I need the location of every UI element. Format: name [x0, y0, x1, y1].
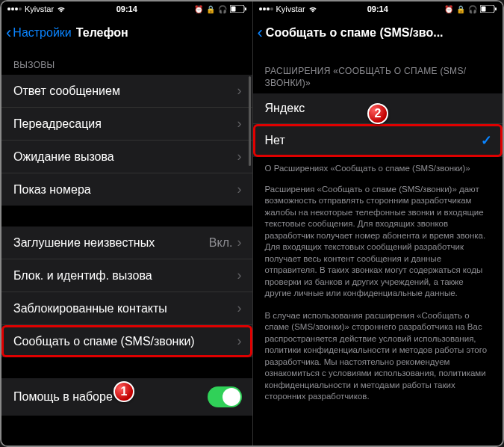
- screen-report-spam: Kyivstar 09:14 ⏰ 🔒 🎧 ‹ Сообщать о спаме …: [252, 1, 503, 446]
- svg-rect-1: [231, 7, 235, 12]
- battery-icon: [230, 5, 246, 13]
- chevron-right-icon: ›: [237, 116, 242, 132]
- chevron-right-icon: ›: [237, 149, 242, 164]
- carrier-label: Kyivstar: [25, 4, 54, 13]
- orientation-lock-icon: 🔒: [206, 5, 215, 13]
- scroll-indicator: [249, 76, 251, 166]
- clock: 09:14: [367, 4, 388, 13]
- page-title: Телефон: [76, 26, 128, 40]
- chevron-right-icon: ›: [237, 83, 242, 99]
- annotation-badge-2: 2: [367, 103, 388, 124]
- battery-icon: [480, 5, 497, 13]
- alarm-icon: ⏰: [444, 5, 453, 13]
- chevron-right-icon: ›: [237, 268, 242, 283]
- section-header-extensions: РАСШИРЕНИЯ «СООБЩАТЬ О СПАМЕ (SMS/ЗВОНКИ…: [253, 49, 503, 93]
- group-calls: Ответ сообщением › Переадресация › Ожида…: [1, 75, 252, 206]
- section-header-calls: ВЫЗОВЫ: [1, 49, 252, 75]
- svg-rect-5: [495, 7, 497, 10]
- svg-rect-4: [482, 7, 486, 12]
- chevron-right-icon: ›: [237, 333, 242, 349]
- headphones-icon: 🎧: [218, 5, 227, 13]
- signal-icon: [7, 7, 22, 10]
- group-identification: Заглушение неизвестных Вкл. › Блок. и ид…: [1, 226, 252, 357]
- headphones-icon: 🎧: [468, 5, 477, 13]
- chevron-left-icon: ‹: [6, 25, 11, 41]
- nav-bar: ‹ Сообщать о спаме (SMS/зво...: [253, 16, 503, 49]
- row-report-spam[interactable]: Сообщать о спаме (SMS/звонки) ›: [1, 325, 252, 357]
- chevron-left-icon: ‹: [258, 25, 263, 41]
- page-title: Сообщать о спаме (SMS/зво...: [266, 26, 498, 40]
- row-value: Вкл.: [209, 236, 233, 250]
- row-respond-with-text[interactable]: Ответ сообщением ›: [1, 75, 252, 108]
- back-label: Настройки: [13, 26, 71, 40]
- chevron-right-icon: ›: [237, 300, 242, 316]
- row-call-forwarding[interactable]: Переадресация ›: [1, 108, 252, 141]
- signal-icon: [259, 7, 273, 10]
- chevron-right-icon: ›: [237, 235, 242, 250]
- orientation-lock-icon: 🔒: [456, 5, 465, 13]
- screen-phone-settings: Kyivstar 09:14 ⏰ 🔒 🎧 ‹ Настройки Телефон…: [1, 1, 252, 446]
- back-button[interactable]: ‹: [258, 25, 263, 41]
- nav-bar: ‹ Настройки Телефон: [1, 16, 252, 49]
- chevron-right-icon: ›: [237, 182, 242, 197]
- row-silence-unknown[interactable]: Заглушение неизвестных Вкл. ›: [1, 226, 252, 259]
- description-paragraph-1: Расширения «Сообщать о спаме (SMS/звонки…: [253, 178, 503, 303]
- row-call-waiting[interactable]: Ожидание вызова ›: [1, 141, 252, 173]
- svg-rect-2: [245, 7, 246, 10]
- wifi-icon: [308, 6, 317, 13]
- checkmark-icon: ✓: [481, 132, 492, 149]
- row-call-blocking-id[interactable]: Блок. и идентиф. вызова ›: [1, 259, 252, 292]
- row-show-caller-id[interactable]: Показ номера ›: [1, 173, 252, 206]
- annotation-badge-1: 1: [113, 381, 134, 402]
- clock: 09:14: [116, 4, 137, 13]
- row-blocked-contacts[interactable]: Заблокированные контакты ›: [1, 292, 252, 325]
- carrier-label: Kyivstar: [276, 4, 305, 13]
- status-bar: Kyivstar 09:14 ⏰ 🔒 🎧: [253, 1, 503, 16]
- about-extensions-label: О Расширениях «Сообщать о спаме (SMS/зво…: [253, 157, 503, 178]
- back-button[interactable]: ‹ Настройки: [6, 25, 72, 41]
- description-paragraph-2: В случае использования расширения «Сообщ…: [253, 303, 503, 406]
- row-option-none[interactable]: Нет ✓: [253, 124, 503, 157]
- dial-assist-toggle[interactable]: [208, 386, 242, 407]
- status-bar: Kyivstar 09:14 ⏰ 🔒 🎧: [1, 1, 252, 16]
- wifi-icon: [57, 6, 66, 13]
- alarm-icon: ⏰: [194, 5, 203, 13]
